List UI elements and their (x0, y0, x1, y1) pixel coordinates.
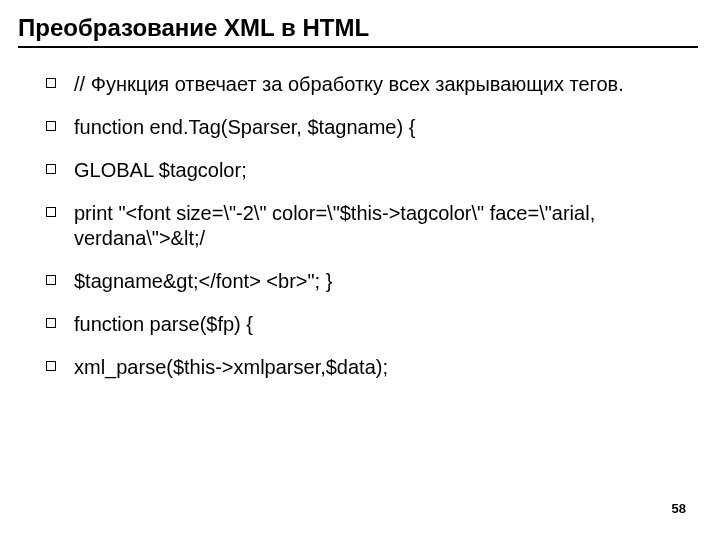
page-number: 58 (672, 501, 686, 516)
bullet-list: // Функция отвечает за обработку всех за… (18, 72, 698, 380)
slide: Преобразование XML в HTML // Функция отв… (0, 0, 720, 540)
list-item: // Функция отвечает за обработку всех за… (46, 72, 690, 97)
slide-title: Преобразование XML в HTML (18, 14, 698, 42)
list-item: function end.Tag(Sparser, $tagname) { (46, 115, 690, 140)
list-item: function parse($fp) { (46, 312, 690, 337)
list-item: xml_parse($this->xmlparser,$data); (46, 355, 690, 380)
list-item: GLOBAL $tagcolor; (46, 158, 690, 183)
title-underline (18, 46, 698, 48)
list-item: print "<font size=\"-2\" color=\"$this->… (46, 201, 690, 251)
list-item: $tagname&gt;</font> <br>"; } (46, 269, 690, 294)
